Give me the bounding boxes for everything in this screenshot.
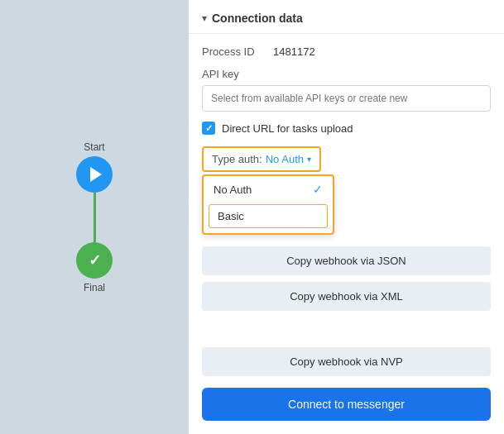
process-id-label: Process ID — [202, 45, 260, 58]
section-header: ▾ Connection data — [189, 0, 504, 34]
right-panel: ▾ Connection data Process ID 1481172 API… — [189, 0, 504, 434]
dropdown-item-basic-label: Basic — [218, 210, 244, 222]
left-panel: Start ✓ Final — [0, 0, 189, 434]
play-icon — [90, 167, 102, 182]
dropdown-item-no-auth[interactable]: No Auth ✓ — [204, 176, 333, 203]
connect-to-messenger-button[interactable]: Connect to messenger — [202, 388, 491, 421]
api-key-label: API key — [202, 68, 491, 80]
final-circle[interactable]: ✓ — [76, 242, 113, 279]
type-auth-container: Type auth: No Auth ▾ No Auth ✓ Basic — [202, 146, 491, 172]
webhook-xml-button[interactable]: Copy webhook via XML — [202, 282, 491, 311]
dropdown-arrow-icon: ▾ — [307, 155, 311, 164]
content-area: Process ID 1481172 API key ✓ Direct URL … — [189, 34, 504, 339]
type-auth-dropdown: No Auth ✓ Basic — [202, 174, 334, 235]
final-node: ✓ Final — [76, 242, 113, 293]
api-key-input[interactable] — [202, 85, 491, 112]
direct-url-checkbox[interactable]: ✓ — [202, 122, 215, 135]
flow-container: Start ✓ Final — [76, 141, 113, 293]
check-icon: ✓ — [89, 251, 101, 269]
type-auth-trigger[interactable]: Type auth: No Auth ▾ — [202, 146, 321, 172]
direct-url-row[interactable]: ✓ Direct URL for tasks upload — [202, 122, 491, 135]
api-key-section: API key — [202, 68, 491, 112]
start-label: Start — [84, 141, 104, 153]
checkbox-check-icon: ✓ — [205, 123, 213, 134]
section-title: Connection data — [212, 12, 303, 25]
webhook-json-button[interactable]: Copy webhook via JSON — [202, 246, 491, 275]
chevron-down-icon: ▾ — [202, 12, 207, 24]
buttons-section: Copy webhook via NVP Connect to messenge… — [189, 339, 504, 434]
start-circle[interactable] — [76, 156, 113, 193]
webhook-buttons-area: Copy webhook via JSON Copy webhook via X… — [202, 246, 491, 317]
webhook-nvp-button[interactable]: Copy webhook via NVP — [202, 347, 491, 376]
type-auth-label: Type auth: — [212, 153, 262, 165]
process-id-value: 1481172 — [273, 45, 315, 58]
start-node: Start — [76, 141, 113, 193]
direct-url-label: Direct URL for tasks upload — [222, 122, 353, 135]
dropdown-item-no-auth-label: No Auth — [214, 184, 252, 196]
process-id-row: Process ID 1481172 — [202, 45, 491, 58]
final-label: Final — [84, 282, 105, 293]
dropdown-item-basic[interactable]: Basic — [209, 204, 328, 228]
connector-line — [94, 193, 96, 242]
selected-checkmark-icon: ✓ — [313, 183, 323, 196]
type-auth-value: No Auth — [266, 153, 304, 165]
